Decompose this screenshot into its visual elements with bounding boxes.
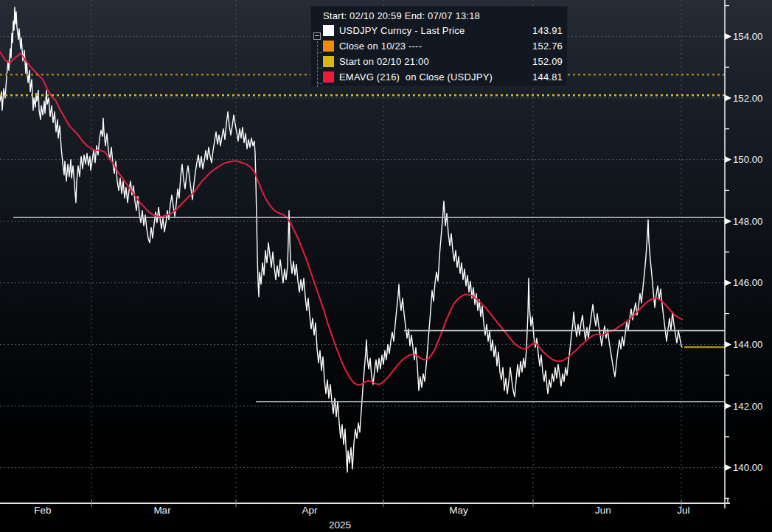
y-axis-tick-arrow-icon bbox=[725, 403, 731, 410]
legend-collapse-icon[interactable] bbox=[313, 32, 321, 40]
last-price-swatch-icon bbox=[323, 25, 334, 36]
y-axis-tick-arrow-icon bbox=[725, 156, 731, 163]
chart-canvas: 154.00152.00150.00148.00146.00144.00142.… bbox=[0, 0, 772, 532]
legend-box: Start: 02/10 20:59 End: 07/07 13:18 USDJ… bbox=[310, 6, 568, 87]
y-axis-tick-arrow-icon bbox=[725, 341, 731, 348]
x-axis-label: May bbox=[449, 505, 468, 516]
x-axis-label: Jul bbox=[677, 505, 689, 516]
y-axis-label: 140.00 bbox=[733, 462, 762, 473]
y-axis-tick-arrow-icon bbox=[725, 464, 731, 471]
legend-tree-stub bbox=[317, 52, 322, 53]
start-level-swatch-icon bbox=[323, 56, 334, 67]
legend-row-start[interactable]: Start on 02/10 21:00 152.09 bbox=[311, 54, 567, 69]
legend-row-last-price[interactable]: USDJPY Curncy - Last Price 143.91 bbox=[311, 23, 567, 38]
y-axis-label: 152.00 bbox=[733, 93, 762, 104]
x-axis-label: Apr bbox=[302, 505, 318, 516]
y-axis-tick-arrow-icon bbox=[725, 95, 731, 102]
legend-row-value: 152.09 bbox=[532, 56, 563, 67]
close-level-swatch-icon bbox=[323, 41, 334, 52]
legend-tree-stub bbox=[317, 83, 322, 84]
legend-row-value: 143.91 bbox=[532, 25, 563, 36]
y-axis-tick-arrow-icon bbox=[725, 279, 731, 286]
legend-row-value: 152.76 bbox=[532, 41, 563, 52]
y-axis-label: 154.00 bbox=[733, 31, 762, 42]
y-axis-label: 150.00 bbox=[733, 154, 762, 165]
y-axis-tick-arrow-icon bbox=[725, 33, 731, 40]
legend-row-emavg[interactable]: EMAVG (216) on Close (USDJPY) 144.81 bbox=[311, 69, 567, 85]
legend-row-close[interactable]: Close on 10/23 ---- 152.76 bbox=[311, 38, 567, 54]
legend-row-label: USDJPY Curncy - Last Price bbox=[339, 25, 532, 36]
x-axis-label: Jun bbox=[595, 505, 611, 516]
y-axis-label: 146.00 bbox=[733, 277, 762, 288]
x-axis-label: Mar bbox=[153, 505, 171, 516]
emavg-swatch-icon bbox=[323, 71, 334, 83]
legend-tree-stub bbox=[317, 68, 322, 69]
y-axis-tick-arrow-icon bbox=[725, 218, 731, 225]
y-axis-label: 148.00 bbox=[733, 216, 762, 227]
x-axis-year-label: 2025 bbox=[329, 519, 351, 531]
y-axis-label: 142.00 bbox=[733, 401, 762, 412]
legend-row-label: Start on 02/10 21:00 bbox=[339, 56, 532, 67]
legend-tree-line bbox=[317, 41, 318, 87]
legend-row-value: 144.81 bbox=[532, 71, 563, 83]
legend-row-label: Close on 10/23 ---- bbox=[339, 41, 532, 52]
y-axis-label: 144.00 bbox=[733, 339, 762, 350]
legend-title: Start: 02/10 20:59 End: 07/07 13:18 bbox=[311, 7, 567, 23]
legend-row-label: EMAVG (216) on Close (USDJPY) bbox=[339, 71, 532, 83]
x-axis-label: Feb bbox=[34, 505, 51, 516]
